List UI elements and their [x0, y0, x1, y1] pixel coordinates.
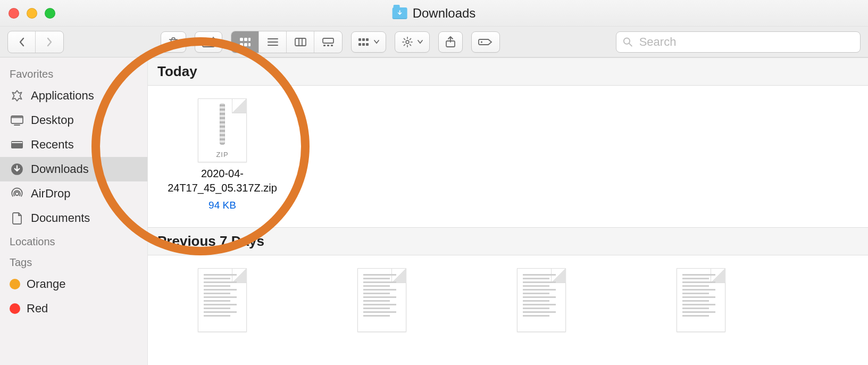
- sidebar-section-header: Locations: [0, 230, 147, 251]
- sidebar-item-downloads[interactable]: Downloads: [0, 157, 147, 181]
- titlebar: Downloads: [0, 0, 868, 27]
- file-size: 94 KB: [208, 200, 236, 211]
- tags-button[interactable]: [471, 31, 500, 53]
- svg-point-33: [15, 192, 19, 196]
- sidebar-item-applications[interactable]: Applications: [0, 84, 147, 108]
- doc-lines-icon: [682, 274, 720, 326]
- svg-rect-12: [323, 38, 333, 43]
- chevron-down-icon: [418, 40, 423, 44]
- gallery-view-button[interactable]: [314, 31, 342, 53]
- recents-icon: [10, 137, 24, 152]
- svg-point-25: [624, 38, 630, 44]
- documents-icon: [10, 211, 24, 226]
- applications-icon: [10, 88, 24, 103]
- forward-button[interactable]: [36, 31, 63, 53]
- sidebar-item-desktop[interactable]: Desktop: [0, 108, 147, 132]
- window-title: Downloads: [393, 6, 476, 21]
- svg-rect-9: [295, 38, 306, 46]
- sidebar-item-label: Recents: [31, 138, 74, 152]
- search-field[interactable]: [616, 31, 861, 53]
- new-folder-button[interactable]: [195, 31, 222, 53]
- sidebar-item-label: Applications: [31, 89, 94, 103]
- svg-rect-4: [244, 43, 247, 46]
- airdrop-icon: [10, 186, 24, 201]
- back-button[interactable]: [8, 31, 36, 53]
- svg-rect-19: [358, 43, 361, 46]
- new-folder-icon: [202, 36, 215, 48]
- sidebar-section-header: Favorites: [0, 63, 147, 84]
- svg-rect-0: [240, 38, 243, 41]
- minimize-window-button[interactable]: [27, 8, 37, 19]
- page-fold-icon: [232, 98, 247, 113]
- window-controls: [9, 8, 55, 19]
- file-item[interactable]: [494, 268, 589, 332]
- sidebar-item-airdrop[interactable]: AirDrop: [0, 181, 147, 206]
- chevron-down-icon: [374, 40, 379, 44]
- svg-point-22: [406, 40, 409, 44]
- sidebar-item-label: Documents: [31, 211, 90, 225]
- main-area: Favorites Applications Desktop Recents D…: [0, 57, 868, 365]
- sidebar-item-recents[interactable]: Recents: [0, 132, 147, 157]
- icon-view-button[interactable]: [231, 31, 259, 53]
- file-thumb: [357, 268, 406, 332]
- svg-rect-3: [240, 43, 243, 46]
- window-title-text: Downloads: [413, 6, 476, 21]
- content-area: Today ZIP 2020-04-24T17_45_05.317Z.zip 9…: [148, 57, 868, 365]
- zip-zipper-icon: [220, 103, 225, 145]
- svg-rect-31: [12, 142, 22, 143]
- downloads-icon: [10, 162, 24, 177]
- file-kind-label: ZIP: [198, 151, 246, 159]
- svg-rect-15: [331, 45, 333, 46]
- share-button[interactable]: [438, 31, 463, 53]
- close-window-button[interactable]: [9, 8, 19, 19]
- zoom-window-button[interactable]: [45, 8, 55, 19]
- svg-rect-13: [323, 45, 326, 46]
- sidebar-item-label: AirDrop: [31, 187, 71, 201]
- search-input[interactable]: [638, 35, 854, 49]
- svg-rect-16: [358, 38, 361, 41]
- toolbar: [0, 27, 868, 57]
- file-item[interactable]: [653, 268, 749, 332]
- svg-rect-14: [327, 45, 329, 46]
- svg-rect-20: [362, 43, 365, 46]
- sidebar-tag-red[interactable]: Red: [0, 296, 147, 321]
- share-icon: [445, 36, 456, 48]
- nav-back-forward: [7, 31, 64, 53]
- trash-button[interactable]: [161, 31, 186, 53]
- file-item[interactable]: [334, 268, 430, 332]
- sidebar-section-header: Tags: [0, 251, 147, 272]
- sidebar-item-documents[interactable]: Documents: [0, 206, 147, 230]
- desktop-icon: [10, 113, 24, 128]
- grid-icon: [239, 37, 251, 47]
- columns-icon: [295, 37, 306, 47]
- svg-rect-5: [248, 43, 251, 46]
- sidebar-item-label: Red: [27, 302, 48, 316]
- column-view-button[interactable]: [287, 31, 314, 53]
- chevron-left-icon: [18, 37, 26, 47]
- action-menu-button[interactable]: [395, 31, 430, 53]
- file-item[interactable]: [174, 268, 270, 332]
- sidebar-tag-orange[interactable]: Orange: [0, 272, 147, 296]
- tag-dot-icon: [10, 303, 20, 314]
- doc-lines-icon: [204, 274, 241, 326]
- sidebar: Favorites Applications Desktop Recents D…: [0, 57, 148, 365]
- svg-rect-18: [366, 38, 369, 41]
- file-grid-previous-7-days: [148, 255, 868, 365]
- svg-point-24: [481, 41, 482, 43]
- trash-icon: [168, 36, 179, 48]
- list-view-button[interactable]: [259, 31, 287, 53]
- section-header: Previous 7 Days: [148, 227, 868, 255]
- group-by-button[interactable]: [351, 31, 386, 53]
- tag-dot-icon: [10, 279, 20, 289]
- svg-rect-17: [362, 38, 365, 41]
- file-grid-today: ZIP 2020-04-24T17_45_05.317Z.zip 94 KB: [148, 86, 868, 227]
- svg-rect-21: [366, 43, 369, 46]
- tag-icon: [478, 37, 493, 47]
- view-switcher: [231, 31, 343, 53]
- downloads-folder-icon: [393, 7, 407, 19]
- file-thumb: [677, 268, 725, 332]
- file-thumb: [198, 268, 247, 332]
- sidebar-item-label: Orange: [27, 277, 65, 291]
- gallery-icon: [322, 37, 335, 47]
- file-item[interactable]: ZIP 2020-04-24T17_45_05.317Z.zip 94 KB: [174, 98, 270, 211]
